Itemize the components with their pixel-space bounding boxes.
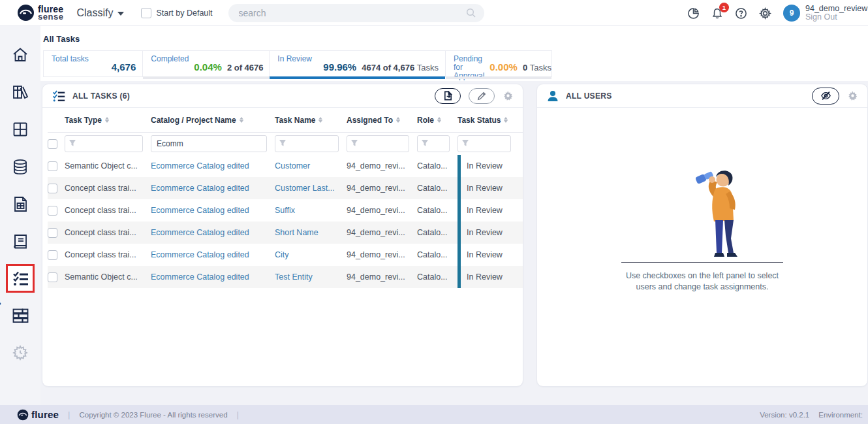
top-navbar: fluree sense Classify Start by Default — [0, 0, 868, 26]
sidebar-expander-chevron-icon[interactable]: › — [0, 299, 1, 307]
task-name-link[interactable]: City — [275, 250, 347, 259]
sort-icon — [396, 117, 400, 123]
filter-task-type-input[interactable] — [65, 135, 143, 152]
task-row[interactable]: Semantic Object c... Ecommerce Catalog e… — [48, 266, 523, 288]
sidebar-item-library[interactable] — [6, 78, 35, 106]
stat-total-tasks[interactable]: Total tasks 4,676 — [44, 51, 143, 76]
catalog-link[interactable]: Ecommerce Catalog edited — [151, 228, 275, 237]
footer-fluree-logo: fluree — [17, 409, 59, 421]
stat-underline — [446, 76, 551, 79]
row-checkbox[interactable] — [48, 206, 57, 216]
tasks-settings-gear-icon[interactable] — [503, 90, 514, 101]
filter-catalog-input[interactable] — [151, 135, 267, 152]
catalog-link[interactable]: Ecommerce Catalog edited — [151, 184, 275, 193]
sidebar-item-datasets[interactable] — [6, 152, 35, 181]
settings-gear-icon[interactable] — [759, 7, 771, 20]
export-tasks-button[interactable] — [435, 88, 461, 104]
stat-in-review[interactable]: In Review 99.96% 4674 of 4,676 Tasks — [270, 51, 446, 76]
global-search — [228, 4, 484, 22]
help-icon[interactable] — [735, 7, 747, 20]
status-indicator-bar — [457, 221, 461, 244]
catalog-link[interactable]: Ecommerce Catalog edited — [151, 161, 275, 171]
sort-icon — [504, 117, 508, 123]
status-indicator-bar — [457, 155, 461, 177]
sort-icon — [318, 117, 322, 123]
sidebar-item-settings-history[interactable] — [6, 338, 35, 367]
column-header-assigned-to[interactable]: Assigned To — [347, 116, 417, 125]
tasks-panel-title: ALL TASKS (6) — [72, 91, 130, 101]
task-name-link[interactable]: Test Entity — [275, 272, 347, 282]
footer-logo-text: fluree — [31, 409, 59, 420]
stat-detail: 0 Tasks — [523, 63, 551, 73]
sidebar-item-catalogs[interactable] — [6, 115, 35, 144]
column-header-role[interactable]: Role — [417, 116, 457, 125]
row-checkbox[interactable] — [48, 250, 57, 260]
column-header-catalog[interactable]: Catalog / Project Name — [151, 116, 275, 125]
table-header-row: Task Type Catalog / Project Name Task Na… — [48, 108, 523, 133]
task-name-link[interactable]: Suffix — [275, 206, 347, 215]
sidebar-item-glossary[interactable] — [6, 227, 35, 255]
role-cell: Catalo... — [417, 161, 457, 171]
column-header-task-type[interactable]: Task Type — [65, 116, 151, 125]
catalog-link[interactable]: Ecommerce Catalog edited — [151, 206, 275, 215]
start-by-default-option: Start by Default — [141, 8, 212, 18]
status-cell: In Review — [457, 221, 523, 244]
stat-pending-approval[interactable]: Pending for Approval 0.00% 0 Tasks — [446, 51, 551, 76]
select-all-checkbox[interactable] — [48, 139, 57, 149]
book-icon — [12, 233, 29, 250]
fluree-logo-icon — [17, 409, 29, 421]
assigned-to-cell: 94_demo_revi... — [347, 250, 417, 259]
sidebar-item-tasks[interactable] — [6, 264, 35, 293]
task-row[interactable]: Concept class trai... Ecommerce Catalog … — [48, 244, 523, 266]
row-checkbox[interactable] — [48, 161, 57, 171]
notification-badge: 1 — [719, 3, 729, 12]
edit-tasks-button[interactable] — [469, 88, 495, 104]
database-icon — [12, 158, 29, 176]
user-avatar[interactable]: 9 — [783, 5, 800, 22]
start-by-default-checkbox[interactable] — [141, 8, 151, 18]
search-input[interactable] — [239, 8, 466, 18]
status-cell: In Review — [457, 177, 523, 199]
environment-label: Environment: — [818, 411, 863, 419]
task-row[interactable]: Concept class trai... Ecommerce Catalog … — [48, 199, 523, 221]
role-cell: Catalo... — [417, 206, 457, 215]
assigned-to-cell: 94_demo_revi... — [347, 228, 417, 237]
footer: fluree | Copyright © 2023 Fluree - All r… — [0, 405, 868, 424]
role-cell: Catalo... — [417, 184, 457, 193]
sidebar-item-reports[interactable] — [6, 189, 35, 218]
task-row[interactable]: Semantic Object c... Ecommerce Catalog e… — [48, 155, 523, 177]
stat-completed[interactable]: Completed 0.04% 2 of 4676 — [143, 51, 270, 76]
usage-chart-icon[interactable] — [687, 7, 700, 20]
sort-icon — [240, 117, 243, 123]
task-name-link[interactable]: Short Name — [275, 228, 347, 237]
sidebar-item-home[interactable] — [6, 41, 35, 69]
stat-label: Total tasks — [52, 55, 89, 63]
task-list-icon — [52, 90, 66, 103]
left-sidebar: › — [0, 26, 40, 405]
row-checkbox[interactable] — [48, 228, 57, 238]
classify-menu[interactable]: Classify — [76, 7, 124, 19]
version-label: Version: v0.2.1 — [760, 411, 809, 419]
column-header-task-name[interactable]: Task Name — [275, 116, 347, 125]
start-by-default-label: Start by Default — [156, 8, 212, 18]
row-checkbox[interactable] — [48, 272, 57, 282]
task-name-link[interactable]: Customer — [275, 161, 347, 171]
hide-users-button[interactable] — [812, 88, 839, 105]
column-header-task-status[interactable]: Task Status — [457, 116, 523, 125]
task-type-cell: Semantic Object c... — [65, 272, 151, 282]
task-name-link[interactable]: Customer Last... — [275, 184, 347, 193]
sort-icon — [437, 117, 441, 123]
users-settings-gear-icon[interactable] — [847, 90, 858, 101]
row-checkbox[interactable] — [48, 184, 57, 193]
notifications-bell-icon[interactable]: 1 — [711, 7, 723, 20]
task-row[interactable]: Concept class trai... Ecommerce Catalog … — [48, 221, 523, 244]
sidebar-item-pipelines[interactable] — [6, 301, 35, 330]
chevron-down-icon — [117, 12, 124, 16]
catalog-link[interactable]: Ecommerce Catalog edited — [151, 272, 275, 282]
catalog-link[interactable]: Ecommerce Catalog edited — [151, 250, 275, 259]
task-type-cell: Semantic Object c... — [65, 161, 151, 171]
sign-out-link[interactable]: Sign Out — [805, 13, 868, 22]
task-row[interactable]: Concept class trai... Ecommerce Catalog … — [48, 177, 523, 199]
status-indicator-bar — [457, 244, 461, 266]
pencil-icon — [477, 91, 486, 101]
